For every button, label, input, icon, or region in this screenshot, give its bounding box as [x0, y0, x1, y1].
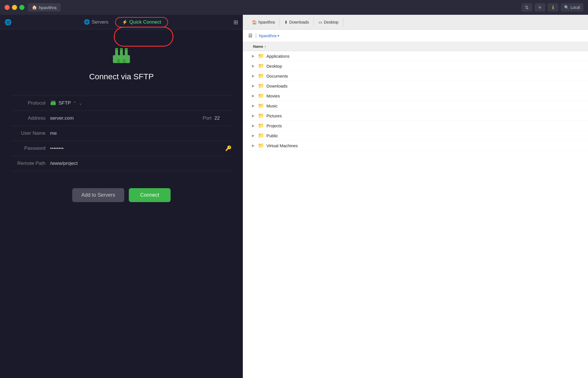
nav-globe-icon: 🌐	[5, 19, 12, 26]
remote-path-row: Remote Path	[11, 156, 231, 171]
password-label: Password	[11, 146, 45, 151]
svg-rect-5	[120, 48, 123, 50]
protocol-value: SFTP	[59, 100, 71, 106]
servers-globe-icon: 🌐	[84, 19, 90, 25]
svg-rect-10	[51, 101, 52, 103]
folder-name: Movies	[266, 94, 280, 98]
quick-connect-label: Quick Connect	[129, 19, 161, 25]
finder-tab-downloads[interactable]: ⬇ Downloads	[280, 18, 314, 27]
finder-tab-desktop[interactable]: ▭ Desktop	[314, 18, 343, 27]
svg-rect-13	[52, 104, 53, 105]
remote-path-input[interactable]	[50, 161, 231, 166]
list-item[interactable]: ▶ 📁 Downloads	[243, 81, 588, 91]
monitor-icon: 🖥	[247, 32, 253, 39]
expand-arrow-icon: ▶	[252, 124, 254, 128]
transfer-button[interactable]: ⇅	[521, 3, 532, 12]
location-text: hpavithra	[259, 33, 277, 38]
nav-bar: 🌐 🌐 Servers ⚡ Quick Connect ⊞	[0, 15, 243, 30]
servers-tab[interactable]: 🌐 Servers	[77, 17, 115, 27]
list-item[interactable]: ▶ 📁 Projects	[243, 121, 588, 131]
username-input[interactable]	[50, 130, 231, 136]
connect-button[interactable]: Connect	[129, 188, 171, 202]
home-icon: 🏠	[32, 5, 37, 10]
expand-arrow-icon: ▶	[252, 114, 254, 118]
desktop-tab-icon: ▭	[318, 20, 322, 24]
folder-name: Projects	[266, 123, 282, 128]
finder-column-header: Name ↑	[243, 42, 588, 51]
list-item[interactable]: ▶ 📁 Desktop	[243, 61, 588, 71]
list-item[interactable]: ▶ 📁 Documents	[243, 71, 588, 81]
home-tab-label: hpavithra	[258, 20, 275, 24]
local-label: Local	[571, 5, 580, 10]
connect-area: Connect via SFTP Protocol	[0, 30, 243, 378]
protocol-select[interactable]: SFTP ⌃ ⌃	[50, 100, 82, 106]
maximize-button[interactable]	[19, 5, 24, 10]
folder-name: Music	[266, 103, 278, 108]
finder-tab-hpavithra[interactable]: 🏠 hpavithra	[247, 18, 280, 27]
folder-name: Pictures	[266, 113, 282, 118]
svg-rect-1	[115, 49, 118, 56]
downloads-tab-icon: ⬇	[284, 20, 288, 24]
chevron-icon: ⌃	[73, 101, 76, 105]
folder-icon: 📁	[258, 93, 264, 99]
list-item[interactable]: ▶ 📁 Music	[243, 101, 588, 111]
password-input[interactable]	[50, 146, 231, 151]
expand-arrow-icon: ▶	[252, 64, 254, 68]
finder-toolbar: 🏠 hpavithra ⬇ Downloads ▭ Desktop	[243, 15, 588, 30]
right-panel: 🏠 hpavithra ⬇ Downloads ▭ Desktop 🖥 | hp…	[243, 15, 588, 378]
local-button[interactable]: 🔍 Local	[561, 3, 583, 12]
expand-arrow-icon: ▶	[252, 84, 254, 88]
list-item[interactable]: ▶ 📁 Pictures	[243, 111, 588, 121]
home-tab-icon: 🏠	[252, 20, 257, 24]
folder-icon: 📁	[258, 103, 264, 109]
folder-icon: 📁	[258, 73, 264, 79]
connect-title: Connect via SFTP	[89, 72, 154, 81]
port-label: Port	[203, 115, 212, 121]
quick-connect-tab[interactable]: ⚡ Quick Connect	[115, 17, 168, 27]
expand-arrow-icon: ▶	[252, 104, 254, 108]
folder-icon: 📁	[258, 132, 264, 139]
action-buttons: Add to Servers Connect	[72, 188, 171, 202]
sort-arrow-icon: ↑	[264, 44, 266, 49]
main-content: 🌐 🌐 Servers ⚡ Quick Connect ⊞	[0, 15, 588, 378]
key-icon[interactable]: 🔑	[225, 145, 231, 151]
minimize-button[interactable]	[12, 5, 17, 10]
grid-button[interactable]: ⊞	[233, 19, 238, 26]
folder-icon: 📁	[258, 122, 264, 129]
info-button[interactable]: ℹ	[548, 3, 558, 12]
left-panel: 🌐 🌐 Servers ⚡ Quick Connect ⊞	[0, 15, 243, 378]
folder-name: Applications	[266, 54, 289, 59]
username-label: User Name	[11, 130, 45, 136]
title-tab[interactable]: 🏠 hpavithra	[28, 3, 61, 12]
list-item[interactable]: ▶ 📁 Public	[243, 131, 588, 141]
address-input[interactable]	[50, 115, 198, 121]
remote-path-label: Remote Path	[11, 161, 45, 166]
add-to-servers-button[interactable]: Add to Servers	[72, 188, 124, 202]
folder-name: Downloads	[266, 84, 287, 88]
loader-button[interactable]: ✳	[535, 3, 545, 12]
port-section: Port	[203, 115, 231, 121]
folder-icon: 📁	[258, 113, 264, 119]
location-name[interactable]: hpavithra ▾	[259, 33, 279, 38]
folder-icon: 📁	[258, 63, 264, 69]
svg-rect-14	[54, 104, 55, 105]
sftp-icon	[110, 47, 133, 67]
folder-icon: 📁	[258, 53, 264, 59]
title-bar: 🏠 hpavithra ⇅ ✳ ℹ 🔍 Local	[0, 0, 588, 15]
nav-tabs: 🌐 Servers ⚡ Quick Connect	[77, 17, 168, 27]
protocol-row: Protocol SFTP ⌃ ⌃	[11, 95, 231, 111]
list-item[interactable]: ▶ 📁 Virtual Machines	[243, 141, 588, 151]
list-item[interactable]: ▶ 📁 Applications	[243, 51, 588, 61]
list-item[interactable]: ▶ 📁 Movies	[243, 91, 588, 101]
expand-arrow-icon: ▶	[252, 74, 254, 78]
folder-name: Public	[266, 133, 278, 138]
traffic-lights	[5, 5, 24, 10]
close-button[interactable]	[5, 5, 10, 10]
expand-arrow-icon: ▶	[252, 144, 254, 148]
chevron-down-icon: ⌃	[79, 101, 82, 105]
svg-rect-0	[113, 55, 130, 63]
folder-name: Desktop	[266, 64, 282, 68]
svg-rect-2	[120, 49, 123, 56]
finder-location-bar: 🖥 | hpavithra ▾	[243, 30, 588, 42]
port-input[interactable]	[214, 115, 231, 121]
